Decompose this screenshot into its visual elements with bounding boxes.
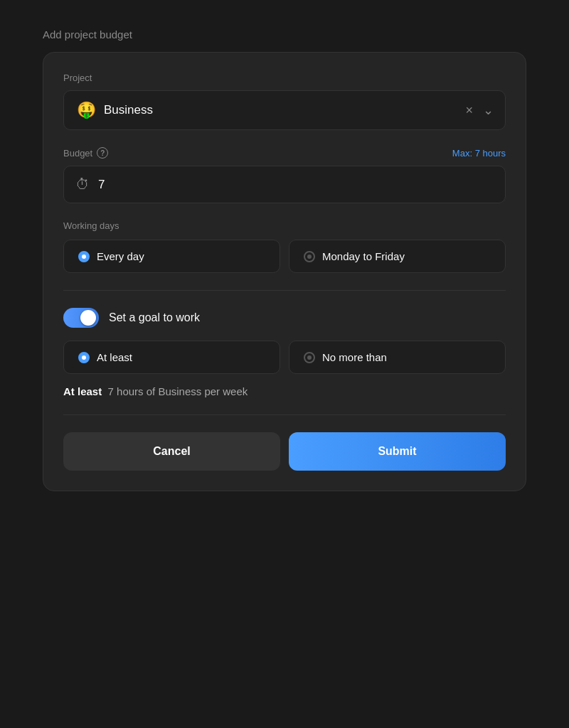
budget-label-row: Budget ? [63, 147, 108, 159]
outer-container: Add project budget Project 🤑 Business × … [43, 28, 526, 491]
every-day-radio-dot [78, 251, 90, 262]
action-buttons: Cancel Submit [63, 432, 506, 471]
every-day-label: Every day [97, 250, 144, 262]
working-days-section: Working days Every day Monday to Friday [63, 220, 506, 273]
goal-summary: At least 7 hours of Business per week [63, 385, 506, 397]
project-emoji: 🤑 [75, 101, 97, 119]
monday-friday-radio-dot [304, 251, 315, 262]
clock-icon: ⏱ [75, 176, 90, 193]
project-clear-button[interactable]: × [465, 103, 473, 118]
working-days-radio-group: Every day Monday to Friday [63, 240, 506, 273]
at-least-radio-dot [78, 352, 90, 363]
no-more-than-label: No more than [322, 351, 387, 363]
goal-toggle[interactable] [63, 308, 99, 328]
goal-summary-value: 7 hours of Business per week [108, 385, 248, 397]
budget-header: Budget ? Max: 7 hours [63, 147, 506, 159]
project-label: Project [63, 73, 506, 83]
budget-input-row[interactable]: ⏱ 7 [63, 166, 506, 203]
goal-summary-prefix: At least [63, 385, 102, 397]
max-label: Max: 7 hours [452, 148, 506, 159]
project-controls: × ⌄ [465, 102, 494, 118]
project-chevron-button[interactable]: ⌄ [483, 102, 494, 118]
monday-friday-label: Monday to Friday [322, 250, 405, 262]
chevron-down-icon: ⌄ [483, 102, 494, 118]
goal-toggle-row: Set a goal to work [63, 308, 506, 328]
toggle-knob [80, 310, 96, 326]
no-more-than-radio-dot [304, 352, 315, 363]
form-card: Project 🤑 Business × ⌄ Budget ? [43, 52, 526, 491]
project-dropdown[interactable]: 🤑 Business × ⌄ [63, 90, 506, 130]
toggle-label: Set a goal to work [109, 311, 200, 324]
project-name: Business [104, 103, 458, 117]
divider-1 [63, 290, 506, 291]
submit-button[interactable]: Submit [289, 432, 506, 471]
close-icon: × [465, 103, 473, 118]
working-days-every-day[interactable]: Every day [63, 240, 280, 273]
goal-radio-group: At least No more than [63, 341, 506, 374]
cancel-button[interactable]: Cancel [63, 432, 280, 471]
working-days-label: Working days [63, 220, 506, 231]
at-least-label: At least [97, 351, 132, 363]
info-icon: ? [97, 147, 108, 159]
working-days-monday-friday[interactable]: Monday to Friday [289, 240, 506, 273]
budget-value: 7 [98, 178, 105, 192]
divider-2 [63, 414, 506, 415]
page-wrapper: Add project budget Project 🤑 Business × … [0, 0, 569, 728]
page-title: Add project budget [43, 28, 526, 41]
goal-at-least[interactable]: At least [63, 341, 280, 374]
budget-label: Budget [63, 148, 92, 159]
goal-no-more-than[interactable]: No more than [289, 341, 506, 374]
